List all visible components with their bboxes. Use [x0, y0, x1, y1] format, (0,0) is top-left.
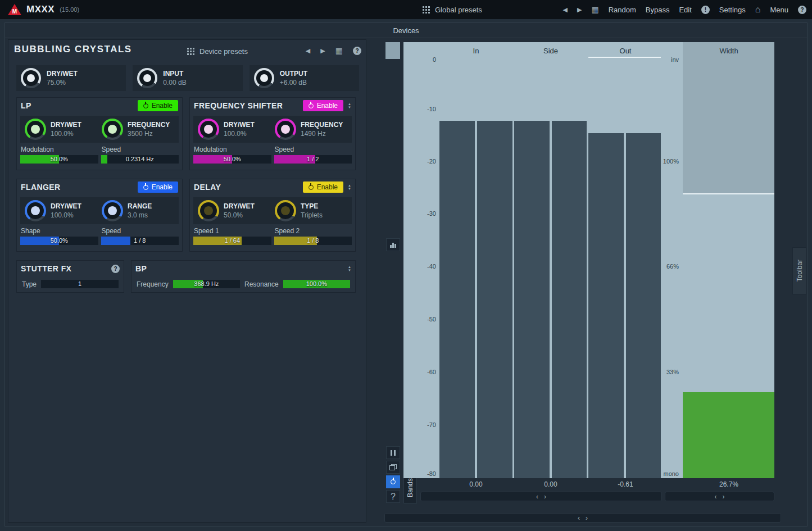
meter-power-button[interactable] — [386, 475, 400, 488]
stutter-help-icon[interactable]: ? — [111, 265, 120, 273]
help-icon[interactable]: ? — [798, 6, 806, 14]
width-scrollbar[interactable]: ‹› — [665, 492, 774, 501]
master-drywet: DRY/WET 75.0% — [16, 65, 126, 91]
edit-button[interactable]: Edit — [679, 6, 691, 14]
windows-button[interactable] — [386, 461, 400, 474]
meter-mode-button[interactable] — [386, 238, 400, 251]
power-icon — [143, 103, 148, 108]
lp-speed-slider[interactable]: 0.2314 Hz — [101, 155, 179, 164]
meter-bar-side-right — [552, 121, 587, 478]
flanger-shape-slider[interactable]: 50.0% — [20, 237, 98, 245]
lp-enable-button[interactable]: Enable — [138, 100, 178, 111]
knob-label: OUTPUT — [280, 70, 307, 78]
slider-label: Modulation — [20, 144, 98, 155]
width-meter-upper-region — [683, 42, 774, 194]
row-label: Type — [22, 280, 37, 288]
scroll-left-icon[interactable]: ‹ — [578, 514, 580, 522]
freq-shifter-modulation-slider[interactable]: 50.0% — [193, 155, 271, 164]
meter-readout-out: -0.61 — [618, 480, 633, 488]
next-preset-icon[interactable]: ▶ — [577, 6, 582, 13]
melda-logo-icon: M — [8, 4, 21, 15]
meter-vertical-scroll-handle[interactable] — [385, 42, 400, 59]
random-button[interactable]: Random — [609, 6, 636, 14]
bp-frequency-slider[interactable]: 368.9 Hz — [173, 280, 240, 288]
bypass-button[interactable]: Bypass — [646, 6, 670, 14]
bp-resonance-slider[interactable]: 100.0% — [283, 280, 350, 288]
tab-toolbar[interactable]: Toolbar — [792, 247, 806, 294]
settings-button[interactable]: Settings — [719, 6, 746, 14]
db-scale-label: -40 — [407, 263, 436, 270]
db-scale-label: -30 — [407, 210, 436, 217]
titlebar: M MXXX (15.00) Global presets ◀ ▶ ▦ Rand… — [0, 0, 812, 19]
power-icon — [309, 185, 314, 190]
grid-icon — [423, 6, 430, 13]
device-presets-button[interactable]: Device presets — [187, 47, 248, 56]
delay-enable-button[interactable]: Enable — [303, 181, 343, 193]
flanger-drywet-knob[interactable] — [25, 200, 46, 221]
lp-drywet-knob[interactable] — [25, 119, 46, 140]
scroll-left-icon[interactable]: ‹ — [536, 493, 538, 501]
knob-value: 100.0% — [51, 211, 81, 219]
width-scale-label: mono — [647, 470, 679, 477]
freq-shifter-drywet-knob[interactable] — [198, 119, 219, 140]
scroll-right-icon[interactable]: › — [586, 514, 588, 522]
output-knob[interactable] — [254, 68, 274, 88]
flanger-range-knob[interactable] — [102, 200, 123, 221]
lp-frequency-knob[interactable] — [102, 119, 123, 140]
app-version: (15.00) — [60, 6, 79, 13]
delay-drywet-knob[interactable] — [198, 200, 219, 221]
db-scale-label: -60 — [407, 369, 436, 375]
delay-type-knob[interactable] — [275, 200, 296, 221]
meter-scrollbar[interactable]: ‹› — [420, 492, 662, 501]
module-spinner[interactable]: ▲▼ — [348, 184, 351, 190]
meter-help-button[interactable]: ? — [386, 490, 400, 503]
preset-browser-icon[interactable]: ▦ — [591, 5, 598, 14]
meter-display[interactable]: In Side Out Width 0 -10 -20 -30 -40 -50 … — [403, 42, 774, 478]
meter-bar-in-left — [439, 121, 475, 478]
drywet-knob[interactable] — [21, 68, 41, 88]
scroll-left-icon[interactable]: ‹ — [715, 493, 717, 501]
previous-preset-icon[interactable]: ◀ — [562, 6, 567, 13]
knob-label: DRY/WET — [51, 202, 81, 210]
slider-label: Speed — [101, 144, 179, 155]
freq-shifter-speed-slider[interactable]: 1 / 2 — [274, 155, 352, 164]
scroll-right-icon[interactable]: › — [723, 493, 725, 501]
flanger-enable-button[interactable]: Enable — [138, 181, 178, 193]
input-knob[interactable] — [137, 68, 157, 88]
knob-label: DRY/WET — [51, 121, 81, 129]
bar-chart-icon — [390, 242, 396, 248]
device-help-icon[interactable]: ? — [353, 47, 361, 55]
panel-scrollbar[interactable]: ‹› — [384, 513, 781, 523]
module-delay: DELAY Enable ▲▼ DRY/WET 50.0% TYPE Tripl… — [189, 179, 356, 252]
device-preset-browser-icon[interactable]: ▦ — [335, 46, 343, 55]
meter-readout-side: 0.00 — [544, 480, 557, 488]
module-spinner[interactable]: ▲▼ — [348, 102, 351, 109]
module-spinner[interactable]: ▲▼ — [348, 265, 351, 272]
device-panel: BUBBLING CRYSTALS Device presets ◀ ▶ ▦ ?… — [8, 39, 366, 523]
stutter-type-field[interactable]: 1 — [41, 280, 119, 288]
power-icon — [143, 185, 148, 190]
pause-button[interactable] — [386, 446, 400, 459]
knob-value: 50.0% — [224, 211, 255, 219]
freq-shifter-enable-button[interactable]: Enable — [303, 100, 343, 111]
freq-shifter-frequency-knob[interactable] — [275, 119, 296, 140]
module-bp: BP ▲▼ Frequency 368.9 Hz Resonance 100.0… — [131, 260, 356, 293]
info-icon[interactable]: ! — [701, 6, 710, 14]
delay-speed1-slider[interactable]: 1 / 64 — [193, 237, 271, 245]
home-icon[interactable]: ⌂ — [755, 4, 761, 15]
previous-device-preset-icon[interactable]: ◀ — [306, 47, 310, 55]
knob-value: Triplets — [301, 211, 323, 219]
tab-devices[interactable]: Devices — [393, 26, 419, 35]
knob-label: DRY/WET — [224, 121, 255, 129]
module-frequency-shifter: FREQUENCY SHIFTER Enable ▲▼ DRY/WET 100.… — [189, 97, 356, 170]
db-scale-label: -20 — [407, 158, 436, 165]
lp-modulation-slider[interactable]: 50.0% — [20, 155, 98, 164]
delay-speed2-slider[interactable]: 1 / 8 — [274, 237, 352, 245]
devices-tab-bar: Devices — [4, 24, 808, 38]
next-device-preset-icon[interactable]: ▶ — [320, 47, 325, 55]
menu-button[interactable]: Menu — [770, 6, 788, 14]
meter-readout-in: 0.00 — [469, 480, 482, 488]
flanger-speed-slider[interactable]: 1 / 8 — [101, 237, 179, 245]
global-presets-button[interactable]: Global presets — [423, 0, 482, 19]
scroll-right-icon[interactable]: › — [544, 493, 546, 501]
